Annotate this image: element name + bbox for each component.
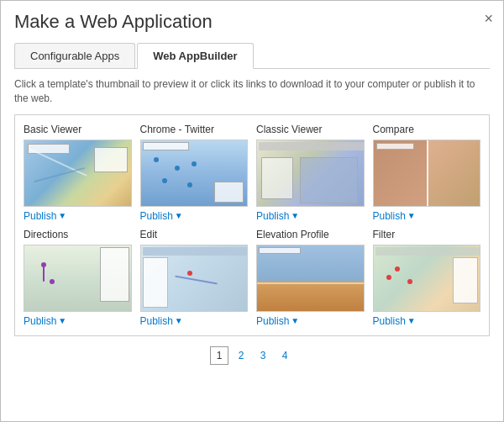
page-button-4[interactable]: 4: [276, 346, 294, 365]
publish-link-basic-viewer[interactable]: Publish ▼: [24, 210, 132, 222]
gallery-item-compare: Compare Publish ▼: [373, 124, 481, 222]
dialog-title: Make a Web Application: [14, 11, 490, 33]
gallery-container: Basic Viewer Publish ▼ Chrome - Twitter: [14, 114, 490, 336]
gallery-grid: Basic Viewer Publish ▼ Chrome - Twitter: [24, 124, 480, 327]
thumbnail-chrome-twitter[interactable]: [140, 140, 249, 207]
tab-configurable-apps[interactable]: Configurable Apps: [14, 43, 135, 68]
tab-web-appbuilder[interactable]: Web AppBuilder: [137, 43, 253, 69]
publish-link-edit[interactable]: Publish ▼: [140, 315, 249, 327]
publish-link-classic-viewer[interactable]: Publish ▼: [256, 210, 365, 222]
item-label-basic-viewer: Basic Viewer: [24, 124, 132, 135]
gallery-item-elevation-profile: Elevation Profile Publish ▼: [256, 229, 365, 327]
thumbnail-directions[interactable]: [24, 245, 132, 312]
publish-label-filter: Publish: [373, 315, 406, 327]
item-label-chrome-twitter: Chrome - Twitter: [140, 124, 249, 135]
publish-arrow-basic-viewer: ▼: [58, 211, 66, 220]
thumbnail-filter[interactable]: [373, 245, 481, 312]
publish-label-classic-viewer: Publish: [256, 210, 289, 222]
page-button-1[interactable]: 1: [210, 346, 228, 365]
item-label-edit: Edit: [140, 229, 249, 240]
publish-arrow-edit: ▼: [175, 316, 183, 325]
gallery-item-basic-viewer: Basic Viewer Publish ▼: [24, 124, 132, 222]
publish-arrow-chrome-twitter: ▼: [175, 211, 183, 220]
page-button-2[interactable]: 2: [232, 346, 250, 365]
publish-arrow-elevation-profile: ▼: [291, 316, 299, 325]
thumbnail-classic-viewer[interactable]: [256, 140, 365, 207]
item-label-elevation-profile: Elevation Profile: [256, 229, 365, 240]
publish-link-chrome-twitter[interactable]: Publish ▼: [140, 210, 249, 222]
thumbnail-basic-viewer[interactable]: [24, 140, 132, 207]
item-label-filter: Filter: [373, 229, 481, 240]
thumbnail-elevation-profile[interactable]: [256, 245, 365, 312]
thumbnail-compare[interactable]: [373, 140, 481, 207]
thumbnail-edit[interactable]: [140, 245, 249, 312]
item-label-compare: Compare: [373, 124, 481, 135]
pagination: 1 2 3 4: [14, 346, 490, 365]
close-button[interactable]: ×: [484, 11, 493, 26]
publish-label-basic-viewer: Publish: [24, 210, 56, 222]
publish-arrow-filter: ▼: [407, 316, 416, 325]
publish-link-directions[interactable]: Publish ▼: [24, 315, 132, 327]
item-label-classic-viewer: Classic Viewer: [256, 124, 365, 135]
publish-link-elevation-profile[interactable]: Publish ▼: [256, 315, 365, 327]
item-label-directions: Directions: [24, 229, 132, 240]
publish-label-elevation-profile: Publish: [256, 315, 289, 327]
gallery-item-directions: Directions Publish ▼: [24, 229, 132, 327]
publish-link-filter[interactable]: Publish ▼: [373, 315, 481, 327]
description-text: Click a template's thumbnail to preview …: [14, 77, 490, 106]
publish-arrow-directions: ▼: [58, 316, 66, 325]
publish-label-chrome-twitter: Publish: [140, 210, 173, 222]
tab-bar: Configurable Apps Web AppBuilder: [14, 43, 490, 69]
gallery-item-filter: Filter Publish ▼: [373, 229, 481, 327]
publish-label-compare: Publish: [373, 210, 406, 222]
publish-arrow-compare: ▼: [407, 211, 416, 220]
gallery-item-edit: Edit Publish ▼: [140, 229, 249, 327]
publish-link-compare[interactable]: Publish ▼: [373, 210, 481, 222]
gallery-item-classic-viewer: Classic Viewer Publish ▼: [256, 124, 365, 222]
publish-label-edit: Publish: [140, 315, 173, 327]
gallery-item-chrome-twitter: Chrome - Twitter Publish ▼: [140, 124, 249, 222]
publish-arrow-classic-viewer: ▼: [291, 211, 299, 220]
page-button-3[interactable]: 3: [254, 346, 272, 365]
publish-label-directions: Publish: [24, 315, 56, 327]
make-web-application-dialog: Make a Web Application × Configurable Ap…: [0, 0, 504, 422]
